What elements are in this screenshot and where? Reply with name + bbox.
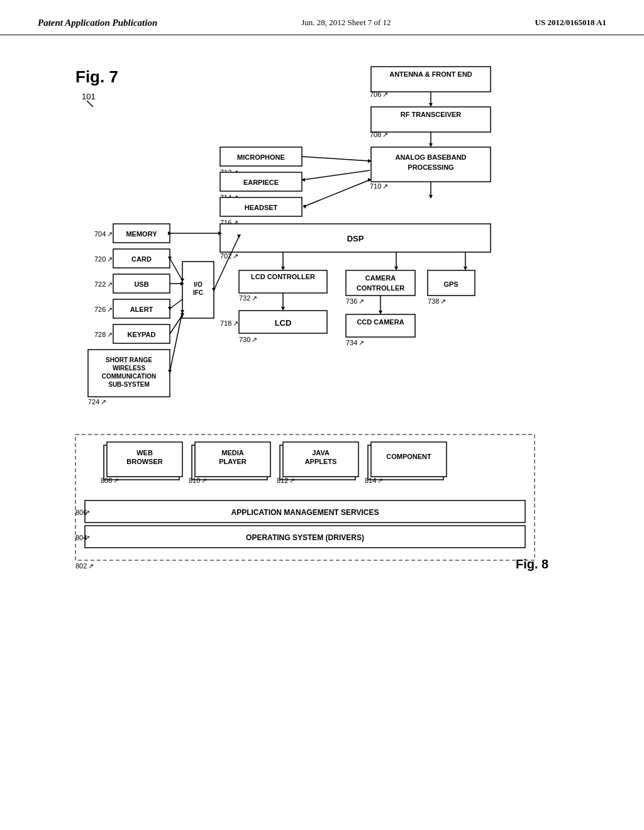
page-content: Fig. 7 101 ANTENNA & FRONT END 706 ↗ RF … — [0, 35, 644, 595]
svg-line-38 — [303, 180, 370, 207]
svg-text:724: 724 — [88, 398, 99, 406]
svg-line-118 — [170, 315, 182, 334]
header-right: US 2012/0165018 A1 — [535, 18, 606, 28]
svg-text:710: 710 — [370, 182, 381, 190]
svg-marker-21 — [429, 195, 433, 199]
svg-text:MEMORY: MEMORY — [126, 230, 157, 238]
header-left: Patent Application Publication — [38, 18, 157, 28]
svg-text:COMMUNICATION: COMMUNICATION — [102, 373, 156, 380]
svg-marker-69 — [379, 311, 382, 314]
svg-text:ANTENNA & FRONT END: ANTENNA & FRONT END — [389, 70, 472, 78]
svg-text:MEDIA: MEDIA — [221, 449, 244, 456]
svg-text:↗: ↗ — [382, 182, 388, 190]
svg-text:APPLETS: APPLETS — [305, 458, 337, 465]
svg-text:810: 810 — [189, 477, 200, 484]
svg-text:I/O: I/O — [194, 281, 203, 288]
svg-text:CCD CAMERA: CCD CAMERA — [357, 318, 404, 326]
svg-text:↗: ↗ — [201, 477, 207, 484]
svg-text:LCD CONTROLLER: LCD CONTROLLER — [251, 273, 315, 280]
svg-text:↗: ↗ — [382, 131, 388, 138]
svg-text:↗: ↗ — [233, 319, 238, 327]
svg-text:722: 722 — [94, 280, 106, 288]
svg-text:↗: ↗ — [358, 339, 364, 346]
svg-text:LCD: LCD — [275, 318, 292, 328]
svg-text:GPS: GPS — [443, 280, 458, 288]
svg-text:734: 734 — [346, 339, 357, 346]
svg-text:COMPONENT: COMPONENT — [386, 453, 431, 460]
svg-text:RF TRANSCEIVER: RF TRANSCEIVER — [401, 111, 462, 118]
svg-text:CONTROLLER: CONTROLLER — [357, 284, 404, 292]
svg-text:Fig. 8: Fig. 8 — [516, 557, 548, 571]
svg-text:720: 720 — [94, 255, 106, 263]
svg-text:OPERATING SYSTEM (DRIVERS): OPERATING SYSTEM (DRIVERS) — [246, 533, 364, 542]
svg-text:↗: ↗ — [252, 336, 257, 343]
svg-text:CARD: CARD — [131, 255, 152, 263]
svg-text:↗: ↗ — [107, 230, 113, 238]
svg-line-26 — [302, 157, 370, 161]
svg-text:DSP: DSP — [347, 234, 364, 243]
svg-text:WEB: WEB — [136, 449, 153, 456]
svg-text:WIRELESS: WIRELESS — [113, 365, 146, 372]
svg-text:KEYPAD: KEYPAD — [127, 331, 155, 338]
svg-text:↗: ↗ — [84, 534, 90, 541]
svg-marker-46 — [281, 267, 285, 270]
fig7-diagram: Fig. 7 101 ANTENNA & FRONT END 706 ↗ RF … — [38, 54, 604, 406]
svg-text:SUB-SYSTEM: SUB-SYSTEM — [108, 381, 150, 388]
svg-text:738: 738 — [428, 297, 439, 305]
svg-text:728: 728 — [94, 331, 106, 338]
svg-text:704: 704 — [94, 230, 106, 238]
svg-text:732: 732 — [239, 294, 250, 302]
svg-line-116 — [170, 299, 182, 309]
svg-text:↗: ↗ — [382, 91, 388, 98]
svg-text:↗: ↗ — [84, 509, 90, 516]
svg-text:726: 726 — [94, 306, 106, 313]
svg-text:Fig. 7: Fig. 7 — [75, 67, 118, 86]
svg-text:↗: ↗ — [377, 477, 383, 484]
svg-text:PROCESSING: PROCESSING — [408, 163, 453, 171]
svg-text:↗: ↗ — [113, 477, 119, 484]
svg-text:MICROPHONE: MICROPHONE — [237, 153, 285, 161]
fig8-section: 802 ↗ Fig. 8 WEB BROWSER 808 ↗ MEDIA PLA… — [38, 431, 606, 576]
fig8-diagram: 802 ↗ Fig. 8 WEB BROWSER 808 ↗ MEDIA PLA… — [38, 431, 604, 576]
svg-text:IFC: IFC — [193, 289, 203, 296]
svg-text:718: 718 — [220, 319, 231, 327]
svg-line-32 — [303, 170, 370, 180]
svg-text:↗: ↗ — [88, 562, 94, 570]
svg-text:↗: ↗ — [107, 331, 113, 338]
svg-text:SHORT RANGE: SHORT RANGE — [106, 357, 152, 363]
svg-marker-48 — [394, 267, 398, 270]
svg-text:730: 730 — [239, 336, 250, 343]
page-header: Patent Application Publication Jun. 28, … — [0, 0, 644, 35]
svg-text:APPLICATION MANAGEMENT SERVICE: APPLICATION MANAGEMENT SERVICES — [231, 508, 379, 517]
fig7-section: Fig. 7 101 ANTENNA & FRONT END 706 ↗ RF … — [38, 54, 606, 406]
svg-text:USB: USB — [134, 280, 148, 288]
svg-text:706: 706 — [370, 91, 381, 98]
svg-marker-14 — [429, 143, 433, 147]
svg-text:↗: ↗ — [107, 280, 113, 288]
svg-text:736: 736 — [346, 297, 357, 305]
svg-text:CAMERA: CAMERA — [365, 274, 396, 282]
svg-text:↗: ↗ — [107, 255, 113, 263]
svg-text:ANALOG BASEBAND: ANALOG BASEBAND — [395, 153, 466, 161]
svg-text:812: 812 — [277, 477, 288, 484]
svg-text:802: 802 — [75, 562, 87, 570]
svg-text:101: 101 — [82, 92, 96, 101]
svg-marker-8 — [429, 103, 433, 107]
svg-text:814: 814 — [365, 477, 376, 484]
svg-text:↗: ↗ — [440, 297, 446, 305]
svg-text:ALERT: ALERT — [130, 306, 153, 313]
svg-text:JAVA: JAVA — [312, 449, 330, 456]
svg-text:708: 708 — [370, 131, 381, 138]
svg-text:↗: ↗ — [101, 398, 106, 406]
svg-text:808: 808 — [101, 477, 112, 484]
svg-marker-50 — [464, 267, 467, 270]
svg-line-2 — [87, 101, 93, 107]
svg-line-111 — [170, 258, 182, 280]
svg-text:BROWSER: BROWSER — [126, 458, 163, 465]
svg-text:↗: ↗ — [289, 477, 295, 484]
svg-text:↗: ↗ — [252, 294, 257, 302]
svg-text:↗: ↗ — [233, 252, 238, 260]
svg-text:EARPIECE: EARPIECE — [243, 179, 279, 186]
svg-text:PLAYER: PLAYER — [219, 458, 247, 465]
svg-text:HEADSET: HEADSET — [245, 204, 278, 211]
